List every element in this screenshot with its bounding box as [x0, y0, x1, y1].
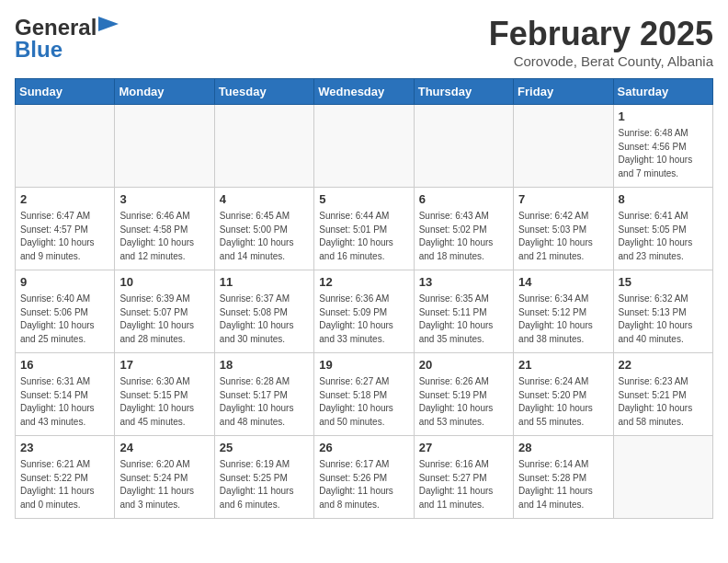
day-number: 13 — [419, 274, 508, 291]
location-subtitle: Corovode, Berat County, Albania — [489, 53, 713, 69]
day-info: Sunrise: 6:34 AM Sunset: 5:12 PM Dayligh… — [518, 293, 608, 346]
day-number: 10 — [119, 274, 209, 291]
day-info: Sunrise: 6:14 AM Sunset: 5:28 PM Dayligh… — [518, 458, 608, 511]
calendar-cell: 14Sunrise: 6:34 AM Sunset: 5:12 PM Dayli… — [514, 270, 613, 353]
day-number: 26 — [319, 440, 408, 456]
calendar-cell: 22Sunrise: 6:23 AM Sunset: 5:21 PM Dayli… — [613, 353, 712, 436]
calendar-cell: 20Sunrise: 6:26 AM Sunset: 5:19 PM Dayli… — [414, 353, 513, 436]
day-number: 15 — [619, 274, 708, 291]
day-number: 11 — [220, 274, 309, 291]
logo-flag-icon — [98, 17, 119, 31]
day-number: 21 — [518, 357, 608, 373]
calendar-cell: 9Sunrise: 6:40 AM Sunset: 5:06 PM Daylig… — [16, 270, 115, 353]
calendar-cell: 17Sunrise: 6:30 AM Sunset: 5:15 PM Dayli… — [115, 353, 214, 436]
day-number: 12 — [319, 274, 408, 291]
day-info: Sunrise: 6:21 AM Sunset: 5:22 PM Dayligh… — [20, 458, 109, 511]
day-info: Sunrise: 6:37 AM Sunset: 5:08 PM Dayligh… — [220, 293, 309, 346]
calendar-cell: 27Sunrise: 6:16 AM Sunset: 5:27 PM Dayli… — [414, 436, 513, 519]
calendar-cell — [514, 105, 613, 188]
header-row: Sunday Monday Tuesday Wednesday Thursday… — [16, 79, 713, 105]
day-info: Sunrise: 6:32 AM Sunset: 5:13 PM Dayligh… — [619, 293, 708, 346]
calendar-cell: 6Sunrise: 6:43 AM Sunset: 5:02 PM Daylig… — [414, 188, 513, 270]
day-number: 9 — [20, 274, 109, 291]
day-info: Sunrise: 6:45 AM Sunset: 5:00 PM Dayligh… — [220, 210, 309, 263]
day-info: Sunrise: 6:20 AM Sunset: 5:24 PM Dayligh… — [119, 458, 209, 511]
day-number: 25 — [220, 440, 309, 456]
calendar-cell: 7Sunrise: 6:42 AM Sunset: 5:03 PM Daylig… — [514, 188, 613, 270]
calendar-cell — [16, 105, 115, 188]
calendar-cell: 24Sunrise: 6:20 AM Sunset: 5:24 PM Dayli… — [115, 436, 214, 519]
day-info: Sunrise: 6:41 AM Sunset: 5:05 PM Dayligh… — [619, 210, 708, 263]
day-number: 22 — [619, 357, 708, 373]
day-info: Sunrise: 6:27 AM Sunset: 5:18 PM Dayligh… — [319, 375, 408, 429]
calendar-week-4: 16Sunrise: 6:31 AM Sunset: 5:14 PM Dayli… — [16, 353, 713, 436]
day-number: 23 — [20, 440, 109, 456]
page-header: General Blue February 2025 Corovode, Ber… — [15, 15, 713, 69]
day-info: Sunrise: 6:40 AM Sunset: 5:06 PM Dayligh… — [20, 293, 109, 346]
calendar-week-2: 2Sunrise: 6:47 AM Sunset: 4:57 PM Daylig… — [16, 188, 713, 270]
col-thursday: Thursday — [414, 79, 513, 105]
calendar-cell — [414, 105, 513, 188]
calendar-table: Sunday Monday Tuesday Wednesday Thursday… — [15, 78, 713, 519]
calendar-cell: 3Sunrise: 6:46 AM Sunset: 4:58 PM Daylig… — [115, 188, 214, 270]
day-info: Sunrise: 6:17 AM Sunset: 5:26 PM Dayligh… — [319, 458, 408, 511]
col-monday: Monday — [115, 79, 214, 105]
calendar-cell: 1Sunrise: 6:48 AM Sunset: 4:56 PM Daylig… — [613, 105, 712, 188]
day-number: 3 — [119, 191, 209, 208]
col-saturday: Saturday — [613, 79, 712, 105]
day-number: 6 — [419, 191, 508, 208]
day-number: 20 — [419, 357, 508, 373]
day-number: 19 — [319, 357, 408, 373]
day-number: 5 — [319, 191, 408, 208]
day-info: Sunrise: 6:28 AM Sunset: 5:17 PM Dayligh… — [220, 375, 309, 429]
calendar-cell: 13Sunrise: 6:35 AM Sunset: 5:11 PM Dayli… — [414, 270, 513, 353]
calendar-cell: 19Sunrise: 6:27 AM Sunset: 5:18 PM Dayli… — [314, 353, 414, 436]
day-number: 18 — [220, 357, 309, 373]
day-info: Sunrise: 6:31 AM Sunset: 5:14 PM Dayligh… — [20, 375, 109, 429]
day-info: Sunrise: 6:26 AM Sunset: 5:19 PM Dayligh… — [419, 375, 508, 429]
calendar-cell: 16Sunrise: 6:31 AM Sunset: 5:14 PM Dayli… — [16, 353, 115, 436]
day-info: Sunrise: 6:19 AM Sunset: 5:25 PM Dayligh… — [220, 458, 309, 511]
calendar-body: 1Sunrise: 6:48 AM Sunset: 4:56 PM Daylig… — [16, 105, 713, 519]
title-block: February 2025 Corovode, Berat County, Al… — [489, 15, 713, 69]
calendar-header: Sunday Monday Tuesday Wednesday Thursday… — [16, 79, 713, 105]
day-number: 8 — [619, 191, 708, 208]
day-info: Sunrise: 6:47 AM Sunset: 4:57 PM Dayligh… — [20, 210, 109, 263]
day-number: 1 — [619, 109, 708, 125]
month-title: February 2025 — [489, 15, 713, 53]
day-info: Sunrise: 6:46 AM Sunset: 4:58 PM Dayligh… — [119, 210, 209, 263]
calendar-cell: 21Sunrise: 6:24 AM Sunset: 5:20 PM Dayli… — [514, 353, 613, 436]
logo-blue: Blue — [15, 37, 63, 62]
col-sunday: Sunday — [16, 79, 115, 105]
calendar-cell — [214, 105, 313, 188]
calendar-week-3: 9Sunrise: 6:40 AM Sunset: 5:06 PM Daylig… — [16, 270, 713, 353]
calendar-cell: 26Sunrise: 6:17 AM Sunset: 5:26 PM Dayli… — [314, 436, 414, 519]
calendar-cell: 4Sunrise: 6:45 AM Sunset: 5:00 PM Daylig… — [214, 188, 313, 270]
day-number: 17 — [119, 357, 209, 373]
day-info: Sunrise: 6:30 AM Sunset: 5:15 PM Dayligh… — [119, 375, 209, 429]
day-number: 4 — [220, 191, 309, 208]
calendar-cell — [314, 105, 414, 188]
day-info: Sunrise: 6:44 AM Sunset: 5:01 PM Dayligh… — [319, 210, 408, 263]
calendar-week-5: 23Sunrise: 6:21 AM Sunset: 5:22 PM Dayli… — [16, 436, 713, 519]
svg-marker-0 — [98, 17, 119, 31]
day-number: 14 — [518, 274, 608, 291]
day-info: Sunrise: 6:16 AM Sunset: 5:27 PM Dayligh… — [419, 458, 508, 511]
day-number: 7 — [518, 191, 608, 208]
col-wednesday: Wednesday — [314, 79, 414, 105]
calendar-cell: 25Sunrise: 6:19 AM Sunset: 5:25 PM Dayli… — [214, 436, 313, 519]
col-friday: Friday — [514, 79, 613, 105]
day-info: Sunrise: 6:43 AM Sunset: 5:02 PM Dayligh… — [419, 210, 508, 263]
day-number: 28 — [518, 440, 608, 456]
calendar-cell: 15Sunrise: 6:32 AM Sunset: 5:13 PM Dayli… — [613, 270, 712, 353]
calendar-cell: 12Sunrise: 6:36 AM Sunset: 5:09 PM Dayli… — [314, 270, 414, 353]
day-info: Sunrise: 6:35 AM Sunset: 5:11 PM Dayligh… — [419, 293, 508, 346]
day-info: Sunrise: 6:42 AM Sunset: 5:03 PM Dayligh… — [518, 210, 608, 263]
col-tuesday: Tuesday — [214, 79, 313, 105]
calendar-cell: 28Sunrise: 6:14 AM Sunset: 5:28 PM Dayli… — [514, 436, 613, 519]
day-info: Sunrise: 6:36 AM Sunset: 5:09 PM Dayligh… — [319, 293, 408, 346]
calendar-cell — [613, 436, 712, 519]
day-number: 24 — [119, 440, 209, 456]
calendar-week-1: 1Sunrise: 6:48 AM Sunset: 4:56 PM Daylig… — [16, 105, 713, 188]
day-number: 2 — [20, 191, 109, 208]
